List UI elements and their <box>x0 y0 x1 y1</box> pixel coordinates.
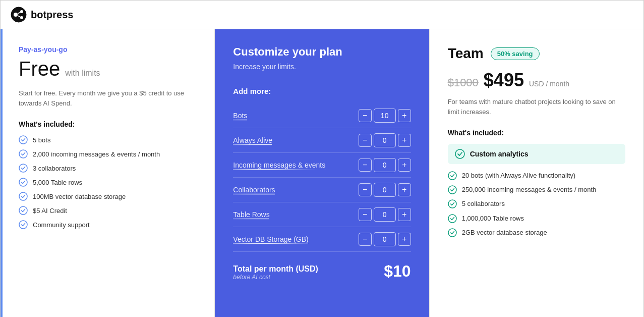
price-row: $1000 $495 USD / month <box>448 70 625 91</box>
addon-name-always-alive: Always Alive <box>233 136 272 144</box>
table-rows-input[interactable] <box>374 207 396 222</box>
total-label: Total per month (USD) <box>233 265 318 274</box>
total-sublabel: before AI cost <box>233 274 318 281</box>
team-plan-panel: Team 50% saving $1000 $495 USD / month F… <box>429 29 643 317</box>
free-plan-panel: Pay-as-you-go Free with limits Start for… <box>1 29 215 317</box>
free-plan-title-row: Free with limits <box>19 58 196 80</box>
list-item: 100MB vector database storage <box>19 192 196 201</box>
free-plan-features: 5 bots 2,000 incoming messages & events … <box>19 135 196 229</box>
customize-subtitle: Increase your limits. <box>233 63 411 71</box>
svg-point-9 <box>19 178 27 186</box>
check-icon <box>19 192 28 201</box>
total-price: $10 <box>384 262 411 281</box>
logo: botpress <box>11 7 73 23</box>
old-price: $1000 <box>448 76 479 89</box>
addon-name-vector-db: Vector DB Storage (GB) <box>233 235 308 243</box>
vector-db-decrement-button[interactable]: − <box>359 233 372 246</box>
stepper-bots: − + <box>359 109 411 123</box>
table-rows-decrement-button[interactable]: − <box>359 208 372 221</box>
bots-increment-button[interactable]: + <box>398 109 411 122</box>
price-period: USD / month <box>529 80 569 88</box>
custom-analytics-text: Custom analytics <box>470 150 529 158</box>
custom-analytics-icon <box>455 149 465 159</box>
table-rows-increment-button[interactable]: + <box>398 208 411 221</box>
list-item: 5,000 Table rows <box>19 178 196 187</box>
team-plan-title: Team <box>448 45 484 62</box>
free-plan-description: Start for free. Every month we give you … <box>19 88 196 108</box>
bots-decrement-button[interactable]: − <box>359 109 372 122</box>
customize-title: Customize your plan <box>233 45 411 59</box>
list-item: Community support <box>19 220 196 229</box>
always-alive-decrement-button[interactable]: − <box>359 134 372 147</box>
check-icon <box>19 178 28 187</box>
addon-row-table-rows: Table Rows − + <box>233 202 411 227</box>
incoming-messages-increment-button[interactable]: + <box>398 159 411 172</box>
check-icon <box>19 149 28 159</box>
svg-point-2 <box>20 10 23 13</box>
always-alive-increment-button[interactable]: + <box>398 134 411 147</box>
team-plan-description: For teams with mature chatbot projects l… <box>448 97 625 117</box>
addon-row-incoming-messages: Incoming messages & events − + <box>233 153 411 178</box>
addon-name-incoming-messages: Incoming messages & events <box>233 161 325 169</box>
list-item: 5 bots <box>19 135 196 144</box>
stepper-table-rows: − + <box>359 207 411 222</box>
incoming-messages-input[interactable] <box>374 158 396 172</box>
check-icon <box>19 135 28 144</box>
stepper-incoming-messages: − + <box>359 158 411 172</box>
addon-name-bots: Bots <box>233 112 247 120</box>
bots-input[interactable] <box>374 109 396 123</box>
svg-point-14 <box>448 172 456 180</box>
svg-point-0 <box>11 7 26 22</box>
list-item: 20 bots (with Always Alive functionality… <box>448 171 625 180</box>
check-icon <box>448 228 457 237</box>
team-header: Team 50% saving <box>448 45 625 62</box>
addon-row-bots: Bots − + <box>233 103 411 128</box>
add-more-label: Add more: <box>233 87 411 95</box>
saving-badge: 50% saving <box>491 47 540 60</box>
incoming-messages-decrement-button[interactable]: − <box>359 159 372 172</box>
free-plan-title: Free <box>19 58 60 80</box>
main-content: Pay-as-you-go Free with limits Start for… <box>1 29 643 317</box>
addon-row-vector-db: Vector DB Storage (GB) − + <box>233 227 411 252</box>
check-icon <box>448 185 457 194</box>
logo-icon <box>11 7 27 23</box>
free-plan-subtitle: with limits <box>65 69 100 78</box>
check-icon <box>19 206 28 215</box>
svg-point-16 <box>448 200 456 208</box>
collaborators-increment-button[interactable]: + <box>398 183 411 196</box>
addon-row-always-alive: Always Alive − + <box>233 128 411 153</box>
addon-row-collaborators: Collaborators − + <box>233 178 411 202</box>
check-icon <box>19 220 28 229</box>
svg-point-15 <box>448 186 456 194</box>
list-item: 2,000 incoming messages & events / month <box>19 149 196 159</box>
always-alive-input[interactable] <box>374 133 396 147</box>
stepper-collaborators: − + <box>359 183 411 197</box>
svg-point-8 <box>19 164 27 172</box>
svg-point-12 <box>19 221 27 229</box>
team-included-label: What's included: <box>448 129 625 137</box>
check-icon <box>448 171 457 180</box>
free-plan-included-label: What's included: <box>19 120 196 128</box>
vector-db-increment-button[interactable]: + <box>398 233 411 246</box>
total-row: Total per month (USD) before AI cost $10 <box>233 262 411 281</box>
list-item: 5 collaborators <box>448 199 625 208</box>
collaborators-input[interactable] <box>374 183 396 197</box>
stepper-always-alive: − + <box>359 133 411 147</box>
stepper-vector-db: − + <box>359 232 411 246</box>
custom-analytics-banner: Custom analytics <box>448 144 625 164</box>
collaborators-decrement-button[interactable]: − <box>359 183 372 196</box>
logo-text: botpress <box>31 9 73 21</box>
addon-name-table-rows: Table Rows <box>233 210 269 219</box>
svg-point-11 <box>19 206 27 215</box>
addon-name-collaborators: Collaborators <box>233 186 275 194</box>
svg-point-17 <box>448 215 456 223</box>
check-icon <box>448 199 457 208</box>
team-plan-features: 20 bots (with Always Alive functionality… <box>448 171 625 237</box>
vector-db-input[interactable] <box>374 232 396 246</box>
check-icon <box>19 164 28 173</box>
list-item: 3 collaborators <box>19 164 196 173</box>
svg-point-6 <box>19 136 27 144</box>
check-icon <box>448 214 457 223</box>
svg-point-18 <box>448 229 456 237</box>
svg-point-13 <box>455 149 464 159</box>
